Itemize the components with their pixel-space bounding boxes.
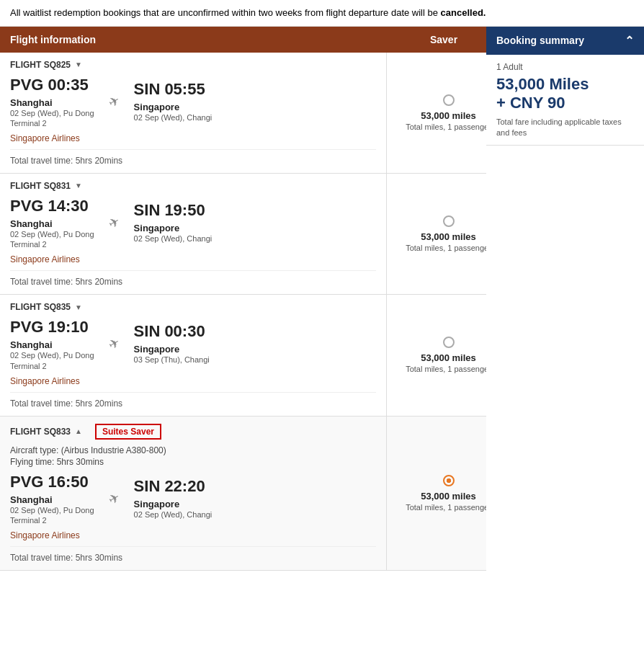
arrival-city-sq831: Singapore <box>134 223 213 233</box>
departure-block-sq833: PVG 16:50Shanghai02 Sep (Wed), Pu DongTe… <box>10 473 94 525</box>
cancelled-text: cancelled. <box>441 7 486 18</box>
flight-chevron-icon-sq835[interactable]: ▼ <box>75 303 82 311</box>
departure-block-sq831: PVG 14:30Shanghai02 Sep (Wed), Pu DongTe… <box>10 197 94 249</box>
departure-time-sq825: PVG 00:35 <box>10 76 94 94</box>
booking-summary-panel: Booking summary ⌃ 1 Adult 53,000 Miles +… <box>486 27 644 571</box>
arrival-block-sq835: SIN 00:30Singapore03 Sep (Thu), Changi <box>134 322 210 365</box>
travel-time-sq825: Total travel time: 5hrs 20mins <box>10 156 376 166</box>
flight-number-sq835: FLIGHT SQ835 <box>10 302 71 312</box>
travel-time-sq833: Total travel time: 5hrs 30mins <box>10 553 376 563</box>
flight-number-row-sq825: FLIGHT SQ825▼ <box>10 60 376 70</box>
miles1-sub-sq825: Total miles, 1 passenger <box>406 123 491 131</box>
departure-city-sq833: Shanghai <box>10 494 94 505</box>
arrival-block-sq831: SIN 19:50Singapore02 Sep (Wed), Changi <box>134 201 213 244</box>
flight-chevron-icon-sq831[interactable]: ▼ <box>75 182 82 190</box>
radio1-sq833[interactable] <box>443 475 455 486</box>
miles1-sq835: 53,000 miles <box>421 352 476 363</box>
column-headers: Flight information Saver <box>0 27 486 53</box>
currency-value: + CNY 90 <box>496 94 634 112</box>
radio1-sq831[interactable] <box>443 215 455 227</box>
flight-row-sq831: FLIGHT SQ831▼PVG 14:30Shanghai02 Sep (We… <box>0 174 486 295</box>
arrival-time-sq835: SIN 00:30 <box>134 322 210 341</box>
aircraft-type-sq833: Aircraft type: (Airbus Industrie A380-80… <box>10 445 376 455</box>
suites-saver-badge: Suites Saver <box>95 424 161 440</box>
miles-amount: 53,000 Miles + CNY 90 <box>496 75 634 113</box>
departure-time-sq831: PVG 14:30 <box>10 197 94 215</box>
flight-main-col-sq835: FLIGHT SQ835▼PVG 19:10Shanghai02 Sep (We… <box>0 295 387 415</box>
departure-time-sq835: PVG 19:10 <box>10 318 94 337</box>
flight-main-col-sq833: FLIGHT SQ833▲Suites SaverAircraft type: … <box>0 417 387 570</box>
travel-time-sq835: Total travel time: 5hrs 20mins <box>10 398 376 409</box>
miles1-sq831: 53,000 miles <box>421 231 476 242</box>
plane-icon-sq831: ✈ <box>105 213 122 233</box>
arrival-block-sq833: SIN 22:20Singapore02 Sep (Wed), Changi <box>134 477 213 520</box>
radio1-sq825[interactable] <box>443 94 455 106</box>
departure-date-sq835: 02 Sep (Wed), Pu Dong <box>10 350 94 361</box>
plane-icon-sq835: ✈ <box>105 334 122 354</box>
flight-chevron-icon-sq825[interactable]: ▼ <box>75 61 82 68</box>
flight-info-header: Flight information <box>0 27 401 53</box>
main-layout: Flight information Saver FLIGHT SQ825▼PV… <box>0 27 644 571</box>
departure-city-sq825: Shanghai <box>10 97 94 108</box>
arrival-time-sq825: SIN 05:55 <box>134 80 213 99</box>
airline-link-sq833[interactable]: Singapore Airlines <box>10 530 376 540</box>
flight-number-row-sq835: FLIGHT SQ835▼ <box>10 302 376 312</box>
flight-row-sq825: FLIGHT SQ825▼PVG 00:35Shanghai02 Sep (We… <box>0 53 486 174</box>
booking-summary-label: Booking summary <box>496 35 584 46</box>
departure-city-sq835: Shanghai <box>10 339 94 350</box>
flying-time-sq833: Flying time: 5hrs 30mins <box>10 457 376 467</box>
times-row-sq833: PVG 16:50Shanghai02 Sep (Wed), Pu DongTe… <box>10 473 376 525</box>
times-row-sq831: PVG 14:30Shanghai02 Sep (Wed), Pu DongTe… <box>10 197 376 249</box>
saver-header: Saver <box>401 27 486 53</box>
flight-number-sq831: FLIGHT SQ831 <box>10 181 71 191</box>
arrival-date-sq825: 02 Sep (Wed), Changi <box>134 112 213 123</box>
flight-row-sq835: FLIGHT SQ835▼PVG 19:10Shanghai02 Sep (We… <box>0 295 486 416</box>
miles1-sub-sq833: Total miles, 1 passenger <box>406 503 491 512</box>
arrival-city-sq835: Singapore <box>134 344 210 355</box>
plane-icon-sq825: ✈ <box>105 92 122 111</box>
departure-terminal-sq825: Terminal 2 <box>10 119 94 128</box>
departure-terminal-sq835: Terminal 2 <box>10 362 94 370</box>
radio1-sq835[interactable] <box>443 337 455 348</box>
departure-terminal-sq831: Terminal 2 <box>10 240 94 249</box>
flight-row-sq833: FLIGHT SQ833▲Suites SaverAircraft type: … <box>0 417 486 571</box>
departure-block-sq835: PVG 19:10Shanghai02 Sep (Wed), Pu DongTe… <box>10 318 94 370</box>
miles1-sq833: 53,000 miles <box>421 491 476 502</box>
departure-time-sq833: PVG 16:50 <box>10 473 94 491</box>
flight-chevron-icon-sq833[interactable]: ▲ <box>75 427 82 435</box>
departure-block-sq825: PVG 00:35Shanghai02 Sep (Wed), Pu DongTe… <box>10 76 94 128</box>
arrival-date-sq831: 02 Sep (Wed), Changi <box>134 233 213 244</box>
arrival-date-sq835: 03 Sep (Thu), Changi <box>134 355 210 365</box>
flight-main-col-sq831: FLIGHT SQ831▼PVG 14:30Shanghai02 Sep (We… <box>0 174 387 294</box>
miles1-sub-sq835: Total miles, 1 passenger <box>406 365 491 373</box>
flight-number-sq833: FLIGHT SQ833 <box>10 427 71 437</box>
plane-icon-sq833: ✈ <box>105 489 122 509</box>
departure-city-sq831: Shanghai <box>10 218 94 229</box>
adult-count: 1 Adult <box>496 62 634 72</box>
arrival-time-sq833: SIN 22:20 <box>134 477 213 496</box>
times-row-sq825: PVG 00:35Shanghai02 Sep (Wed), Pu DongTe… <box>10 76 376 128</box>
airline-link-sq825[interactable]: Singapore Airlines <box>10 133 376 143</box>
airline-link-sq835[interactable]: Singapore Airlines <box>10 376 376 386</box>
flight-number-row-sq833: FLIGHT SQ833▲Suites Saver <box>10 424 376 440</box>
departure-date-sq825: 02 Sep (Wed), Pu Dong <box>10 108 94 119</box>
miles1-sq825: 53,000 miles <box>421 110 476 121</box>
departure-date-sq833: 02 Sep (Wed), Pu Dong <box>10 505 94 516</box>
arrival-date-sq833: 02 Sep (Wed), Changi <box>134 509 213 520</box>
travel-time-sq831: Total travel time: 5hrs 20mins <box>10 277 376 287</box>
miles-value: 53,000 Miles <box>496 75 634 94</box>
departure-terminal-sq833: Terminal 2 <box>10 516 94 525</box>
flight-main-col-sq825: FLIGHT SQ825▼PVG 00:35Shanghai02 Sep (We… <box>0 53 387 173</box>
booking-summary-header[interactable]: Booking summary ⌃ <box>486 27 644 55</box>
arrival-city-sq825: Singapore <box>134 102 213 112</box>
arrival-city-sq833: Singapore <box>134 499 213 509</box>
departure-date-sq831: 02 Sep (Wed), Pu Dong <box>10 229 94 240</box>
miles1-sub-sq831: Total miles, 1 passenger <box>406 244 491 252</box>
flight-number-row-sq831: FLIGHT SQ831▼ <box>10 181 376 191</box>
arrival-block-sq825: SIN 05:55Singapore02 Sep (Wed), Changi <box>134 80 213 123</box>
airline-link-sq831[interactable]: Singapore Airlines <box>10 254 376 264</box>
booking-summary-chevron-icon[interactable]: ⌃ <box>625 34 634 48</box>
booking-summary-body: 1 Adult 53,000 Miles + CNY 90 Total fare… <box>486 55 644 146</box>
flight-number-sq825: FLIGHT SQ825 <box>10 60 71 70</box>
flights-container: FLIGHT SQ825▼PVG 00:35Shanghai02 Sep (We… <box>0 53 486 571</box>
